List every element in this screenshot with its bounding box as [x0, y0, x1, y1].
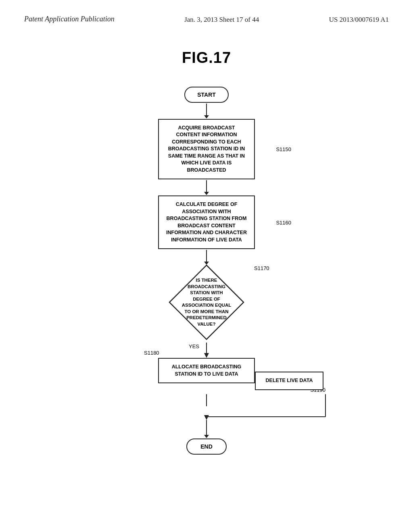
- svg-marker-2: [204, 353, 209, 358]
- step-S1180-text: ALLOCATE BROADCASTING STATION ID TO LIVE…: [172, 364, 242, 377]
- step-S1170-text: IS THERE BROADCASTING STATION WITH DEGRE…: [180, 277, 233, 327]
- step-S1160-row: CALCULATE DEGREE OF ASSOCIATION WITH BRO…: [158, 195, 255, 249]
- start-node: START: [184, 87, 229, 103]
- merge-arrows-svg: [65, 394, 348, 427]
- step-S1150-label: S1150: [276, 146, 291, 152]
- end-shape: END: [186, 438, 227, 455]
- step-S1180-box: ALLOCATE BROADCASTING STATION ID TO LIVE…: [158, 358, 255, 383]
- diamond-section: IS THERE BROADCASTING STATION WITH DEGRE…: [65, 262, 348, 455]
- arrow-s1160-to-s1170: [206, 250, 207, 262]
- step-S1160-text: CALCULATE DEGREE OF ASSOCIATION WITH BRO…: [166, 202, 247, 243]
- step-S1190-text: DELETE LIVE DATA: [266, 378, 313, 383]
- page-header: Patent Application Publication Jan. 3, 2…: [0, 0, 413, 33]
- publication-label: Patent Application Publication: [24, 15, 115, 24]
- step-S1190-box: DELETE LIVE DATA: [255, 372, 323, 390]
- step-S1190-row: DELETE LIVE DATA: [255, 372, 323, 390]
- end-node: END: [186, 438, 227, 455]
- step-S1170-label: S1170: [254, 265, 269, 271]
- flowchart: START ACQUIRE BROADCAST CONTENT INFORMAT…: [65, 87, 348, 455]
- step-S1180-row: ALLOCATE BROADCASTING STATION ID TO LIVE…: [158, 358, 255, 383]
- step-S1150-text: ACQUIRE BROADCAST CONTENT INFORMATION CO…: [168, 125, 245, 173]
- step-S1150-box: ACQUIRE BROADCAST CONTENT INFORMATION CO…: [158, 119, 255, 180]
- step-S1160-box: CALCULATE DEGREE OF ASSOCIATION WITH BRO…: [158, 195, 255, 249]
- arrow-to-end: [206, 427, 207, 435]
- branch-section: YES S1180 NO S1190 ALLOCATE BR: [65, 343, 348, 427]
- step-S1160-label: S1160: [276, 219, 291, 225]
- patent-number: US 2013/0007619 A1: [329, 15, 389, 25]
- step-S1170-diamond: IS THERE BROADCASTING STATION WITH DEGRE…: [166, 262, 247, 343]
- step-S1150-row: ACQUIRE BROADCAST CONTENT INFORMATION CO…: [158, 119, 255, 180]
- start-shape: START: [184, 87, 229, 103]
- arrow-start-to-s1150: [206, 104, 207, 116]
- svg-marker-9: [204, 415, 209, 420]
- diamond-wrapper: IS THERE BROADCASTING STATION WITH DEGRE…: [166, 262, 247, 343]
- figure-title: FIG.17: [0, 49, 413, 66]
- arrow-s1150-to-s1160: [206, 180, 207, 192]
- header-center-info: Jan. 3, 2013 Sheet 17 of 44: [184, 15, 259, 25]
